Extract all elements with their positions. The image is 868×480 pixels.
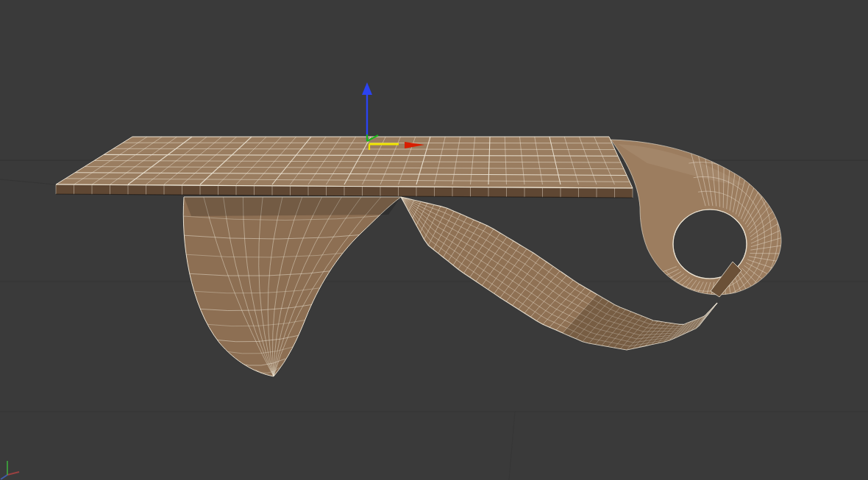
table-mesh-object[interactable] xyxy=(56,133,785,381)
world-axis-x xyxy=(7,472,19,475)
wireframe-line xyxy=(622,267,676,287)
wireframe-line xyxy=(666,280,696,322)
ribbon-left-leg xyxy=(183,197,401,376)
tabletop-surface xyxy=(56,137,633,188)
wireframe-line xyxy=(633,271,681,300)
under-table-shadow xyxy=(184,197,401,216)
viewport-canvas[interactable] xyxy=(0,0,868,480)
grid-line xyxy=(509,412,515,480)
wireframe-line xyxy=(638,273,684,305)
wireframe-line xyxy=(658,279,693,319)
world-axis-icon xyxy=(1,461,19,479)
gizmo-z-arrowhead xyxy=(362,82,372,95)
wireframe-line xyxy=(652,277,690,315)
world-axis-z xyxy=(1,475,7,479)
3d-viewport[interactable] xyxy=(0,0,868,480)
wireframe-line xyxy=(645,276,687,310)
gizmo-z-axis-handle[interactable] xyxy=(362,82,372,141)
